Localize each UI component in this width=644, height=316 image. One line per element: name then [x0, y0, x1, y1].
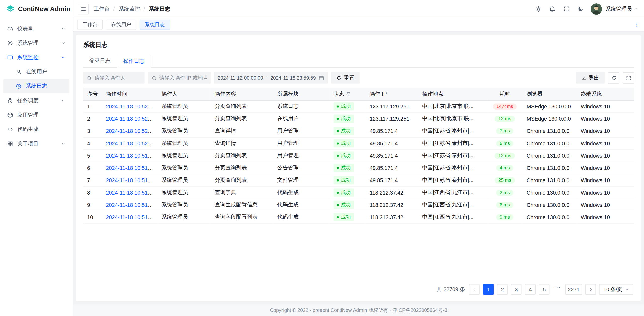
operation-time-link[interactable]: 2024-11-18 10:52:12 — [106, 128, 155, 134]
table-row: 32024-11-18 10:52:12系统管理员查询详情用户管理成功49.85… — [83, 125, 634, 137]
chevron-down-icon — [61, 141, 66, 146]
sidebar-item-dashboard[interactable]: 仪表盘 — [3, 22, 69, 36]
fullscreen-button[interactable] — [560, 3, 573, 15]
page-size-select[interactable]: 10 条/页 — [599, 284, 633, 295]
cell-duration: 7 ms — [487, 125, 522, 137]
more-vertical-icon — [634, 22, 640, 28]
pagination-ellipsis[interactable]: ··· — [553, 284, 562, 295]
sidebar-item-about-project[interactable]: 关于项目 — [3, 137, 69, 151]
refresh-icon — [336, 75, 342, 81]
operation-time-link[interactable]: 2024-11-18 10:51:53 — [106, 165, 155, 171]
prev-page-button[interactable] — [469, 284, 480, 295]
tab-operation-log[interactable]: 操作日志 — [117, 55, 151, 68]
nav-tab-online-users[interactable]: 在线用户 — [106, 20, 136, 29]
cell-content: 分页查询列表 — [211, 174, 273, 186]
operation-time-link[interactable]: 2024-11-18 10:51:52 — [106, 177, 155, 183]
status-dot-icon — [337, 118, 339, 120]
breadcrumb: 工作台 / 系统监控 / 系统日志 — [94, 5, 170, 12]
tab-login-log[interactable]: 登录日志 — [83, 55, 117, 68]
logo[interactable]: ContiNew Admin — [0, 0, 73, 18]
sidebar-item-code-generation[interactable]: 代码生成 — [3, 122, 69, 137]
cell-content: 查询字段配置列表 — [211, 211, 273, 223]
dark-mode-button[interactable] — [574, 3, 586, 15]
operation-time-link[interactable]: 2024-11-18 10:52:55 — [106, 103, 155, 109]
page-button[interactable]: 2 — [497, 284, 508, 295]
operation-time-link[interactable]: 2024-11-18 10:51:50 — [106, 189, 155, 195]
operation-time-link[interactable]: 2024-11-18 10:51:49 — [106, 202, 155, 208]
nav-tab-label: 系统日志 — [145, 21, 165, 28]
refresh-table-button[interactable] — [608, 72, 619, 84]
cell-browser: Chrome 130.0.0.0 — [522, 186, 577, 199]
sidebar-item-system-monitor[interactable]: 系统监控 — [3, 51, 69, 65]
operation-time-link[interactable]: 2024-11-18 10:52:05 — [106, 140, 155, 146]
gear-icon — [7, 40, 13, 46]
table-header-row: 序号 操作时间 操作人 操作内容 所属模块 状态 操作 IP 操作地点 耗时 — [83, 88, 634, 100]
page-button[interactable]: 3 — [511, 284, 521, 295]
sidebar-item-app-management[interactable]: 应用管理 — [3, 108, 69, 122]
cell-os: Windows 10 — [577, 162, 634, 174]
cell-module: 代码生成 — [273, 211, 330, 223]
page-button[interactable]: 4 — [525, 284, 536, 295]
ip-search-input[interactable] — [159, 75, 207, 81]
nav-tab-workbench[interactable]: 工作台 — [77, 20, 103, 29]
cell-duration: 1474ms — [487, 100, 522, 112]
page-button[interactable]: 5 — [539, 284, 549, 295]
operation-time-link[interactable]: 2024-11-18 10:51:49 — [106, 214, 155, 220]
page-list: 12345···2271 — [483, 284, 582, 295]
settings-button[interactable] — [532, 3, 545, 15]
breadcrumb-item[interactable]: 工作台 — [94, 5, 110, 12]
gear-icon — [535, 6, 542, 12]
cell-status: 成功 — [329, 100, 366, 112]
table-actions: 导出 — [576, 72, 634, 84]
status-dot-icon — [337, 142, 339, 144]
sidebar-item-task-schedule[interactable]: 任务调度 — [3, 94, 69, 108]
next-page-button[interactable] — [585, 284, 596, 295]
cell-ip: 118.212.37.42 — [366, 186, 418, 199]
operation-time-link[interactable]: 2024-11-18 10:51:55 — [106, 153, 155, 159]
sidebar-item-online-users[interactable]: 在线用户 — [3, 65, 69, 79]
col-time: 操作时间 — [102, 88, 157, 100]
filter-icon[interactable] — [346, 92, 351, 96]
nav-tab-system-log[interactable]: 系统日志 — [140, 20, 170, 29]
export-button[interactable]: 导出 — [576, 72, 605, 84]
page-title: 系统日志 — [83, 41, 634, 49]
cell-content: 查询生成配置信息 — [211, 199, 273, 211]
col-module: 所属模块 — [273, 88, 330, 100]
date-range-picker[interactable]: 2024-11-12 00:00:00 - 2024-11-18 23:59:5… — [214, 72, 328, 84]
sidebar-item-system-log[interactable]: 系统日志 — [3, 79, 69, 93]
table-row: 62024-11-18 10:51:53系统管理员分页查询列表公告管理成功49.… — [83, 162, 634, 174]
sidebar-item-label: 系统管理 — [17, 39, 39, 47]
cell-ip: 49.85.171.4 — [366, 174, 418, 186]
cell-time: 2024-11-18 10:51:52 — [102, 174, 157, 186]
reset-button[interactable]: 重置 — [331, 72, 360, 84]
col-duration: 耗时 — [487, 88, 522, 100]
table-row: 72024-11-18 10:51:52系统管理员分页查询列表文件管理成功49.… — [83, 174, 634, 186]
menu-fold-button[interactable] — [78, 4, 89, 14]
cell-duration: 4 ms — [487, 162, 522, 174]
ip-search-field[interactable] — [148, 72, 211, 84]
cell-browser: Chrome 131.0.0.0 — [522, 149, 577, 162]
breadcrumb-separator: / — [144, 6, 145, 12]
cell-status: 成功 — [329, 174, 366, 186]
chevron-down-icon — [634, 7, 638, 11]
status-badge: 成功 — [334, 201, 354, 209]
operation-time-link[interactable]: 2024-11-18 10:52:47 — [106, 116, 155, 122]
operator-search-input[interactable] — [95, 75, 141, 81]
page-button[interactable]: 2271 — [565, 284, 582, 295]
expand-icon — [626, 75, 631, 81]
cell-time: 2024-11-18 10:51:50 — [102, 186, 157, 199]
col-operator: 操作人 — [157, 88, 211, 100]
cell-browser: Chrome 131.0.0.0 — [522, 162, 577, 174]
duration-badge: 4 ms — [496, 165, 513, 171]
breadcrumb-item[interactable]: 系统监控 — [118, 5, 140, 12]
tab-more-button[interactable] — [634, 22, 640, 28]
notifications-button[interactable] — [546, 3, 558, 15]
page-button[interactable]: 1 — [483, 284, 494, 295]
status-badge: 成功 — [334, 176, 354, 184]
sidebar-item-system-management[interactable]: 系统管理 — [3, 36, 69, 50]
operator-search-field[interactable] — [83, 72, 145, 84]
avatar[interactable] — [591, 3, 602, 15]
user-menu[interactable]: 系统管理员 — [604, 5, 638, 12]
expand-table-button[interactable] — [623, 72, 634, 84]
cell-ip: 49.85.171.4 — [366, 137, 418, 149]
